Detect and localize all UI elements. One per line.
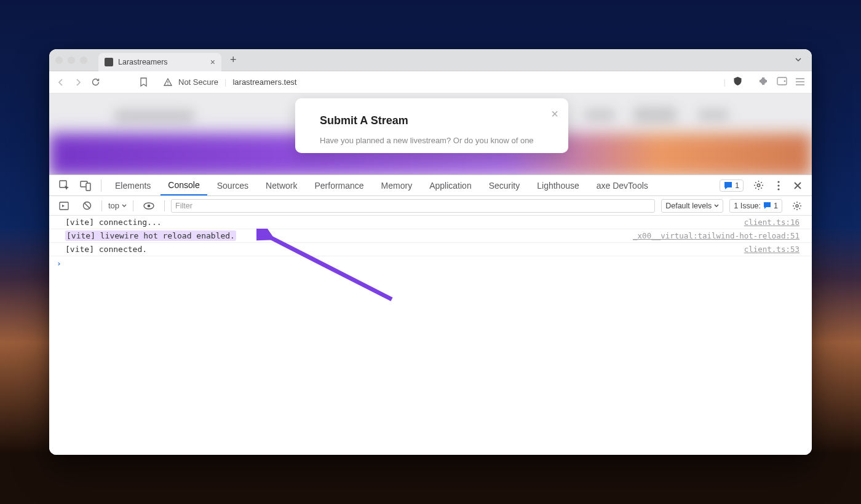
svg-line-16 [84,203,89,208]
context-select[interactable]: top [108,201,127,210]
console-output: [vite] connecting... client.ts:16 [vite]… [49,216,812,455]
console-sidebar-toggle[interactable] [55,199,73,213]
traffic-lights [55,57,87,64]
separator: | [224,77,226,87]
console-row: [vite] livewire hot reload enabled. _x00… [49,229,812,243]
svg-point-12 [777,184,779,186]
live-expression-button[interactable] [140,200,158,212]
devtab-axe[interactable]: axe DevTools [589,175,656,195]
devtab-lighthouse[interactable]: Lighthouse [530,175,587,195]
svg-point-1 [167,84,168,84]
extensions-button[interactable] [758,76,768,89]
modal-body: Have you planned a new livestream? Or do… [320,135,544,147]
favicon [105,58,113,66]
close-tab-button[interactable]: × [210,57,215,67]
toolbar: Not Secure | larastreamers.test | [49,71,812,93]
titlebar: Larastreamers × + [49,49,812,71]
window-zoom-button[interactable] [80,57,87,64]
devtools-tabs: Elements Console Sources Network Perform… [49,175,812,196]
window-minimize-button[interactable] [68,57,75,64]
console-source-link[interactable]: client.ts:16 [744,218,800,227]
submit-stream-modal: × Submit A Stream Have you planned a new… [295,98,568,153]
bookmark-button[interactable] [140,77,148,87]
svg-point-18 [148,204,151,207]
issues-badge[interactable]: 1 Issue: 1 [729,199,782,213]
browser-tab[interactable]: Larastreamers × [98,53,221,71]
svg-rect-9 [86,183,90,191]
modal-close-button[interactable]: × [551,107,558,121]
console-prompt[interactable] [49,256,812,270]
devtools-settings-button[interactable] [750,178,768,193]
console-message: [vite] livewire hot reload enabled. [65,231,633,240]
devtab-elements[interactable]: Elements [108,175,158,195]
svg-point-10 [757,184,760,186]
svg-point-11 [777,181,779,183]
devtools-panel: Elements Console Sources Network Perform… [49,175,812,455]
reload-button[interactable] [91,77,100,87]
console-messages-badge[interactable]: 1 [720,179,744,192]
console-row: [vite] connecting... client.ts:16 [49,216,812,229]
address-bar[interactable]: Not Secure | larastreamers.test | [156,74,750,91]
devtab-application[interactable]: Application [422,175,479,195]
browser-window: Larastreamers × + Not Secure | [49,49,812,455]
device-toolbar-button[interactable] [76,178,95,194]
console-settings-button[interactable] [788,199,806,213]
devtab-memory[interactable]: Memory [374,175,420,195]
menu-button[interactable] [796,77,804,88]
console-message: [vite] connecting... [65,218,744,227]
console-source-link[interactable]: _x00__virtual:tailwind-hot-reload:51 [633,231,800,240]
new-tab-button[interactable]: + [226,53,240,66]
devtab-performance[interactable]: Performance [307,175,371,195]
security-label: Not Secure [178,77,218,87]
tab-title: Larastreamers [118,58,168,66]
separator: | [724,77,726,87]
devtools-more-button[interactable] [774,178,784,193]
devtab-console[interactable]: Console [161,175,207,195]
window-close-button[interactable] [55,57,63,64]
console-source-link[interactable]: client.ts:53 [744,245,800,254]
shield-icon[interactable] [733,76,742,88]
console-row: [vite] connected. client.ts:53 [49,243,812,256]
clear-console-button[interactable] [79,199,95,213]
devtools-close-button[interactable] [790,179,806,192]
back-button[interactable] [57,78,65,87]
tab-list-button[interactable] [791,55,806,66]
page-viewport: × Submit A Stream Have you planned a new… [49,93,812,175]
devtab-security[interactable]: Security [482,175,528,195]
devtab-sources[interactable]: Sources [210,175,256,195]
url-text: larastreamers.test [232,77,296,87]
svg-point-13 [777,188,779,190]
svg-point-3 [784,80,786,82]
console-message: [vite] connected. [65,245,744,254]
svg-point-19 [796,205,798,207]
not-secure-icon [164,78,172,86]
log-levels-select[interactable]: Default levels [661,199,723,213]
wallet-button[interactable] [777,77,787,88]
modal-title: Submit A Stream [320,114,544,127]
inspect-element-button[interactable] [55,178,74,194]
console-filter-input[interactable]: Filter [171,199,655,213]
forward-button[interactable] [74,78,82,87]
console-toolbar: top Filter Default levels 1 Issue: 1 [49,196,812,216]
devtab-network[interactable]: Network [258,175,304,195]
